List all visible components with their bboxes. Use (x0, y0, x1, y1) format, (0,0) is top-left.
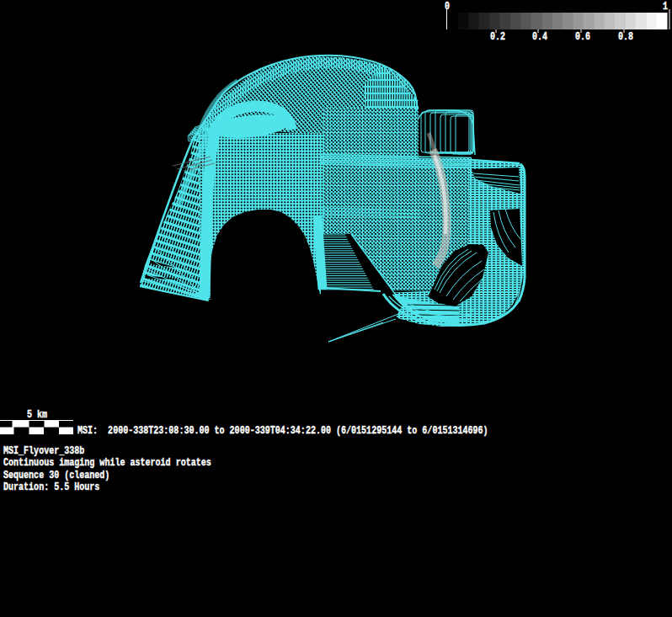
svg-text:1: 1 (663, 1, 668, 13)
svg-text:MSI: 2000-338T23:08:30.00 to: MSI: 2000-338T23:08:30.00 to 2000-339T04… (77, 425, 488, 437)
svg-text:0.8: 0.8 (618, 31, 633, 43)
svg-text:5 km: 5 km (27, 409, 47, 421)
svg-text:0.6: 0.6 (575, 31, 590, 43)
svg-text:Sequence 30 (cleaned): Sequence 30 (cleaned) (3, 470, 109, 481)
svg-text:Continuous imaging while aster: Continuous imaging while asteroid rotate… (3, 457, 211, 469)
svg-text:0.4: 0.4 (532, 31, 547, 43)
svg-text:MSI_Flyover_338b: MSI_Flyover_338b (3, 445, 84, 457)
svg-text:Duration: 5.5 Hours: Duration: 5.5 Hours (3, 481, 99, 493)
svg-text:0: 0 (445, 1, 450, 13)
svg-text:0.2: 0.2 (490, 31, 505, 43)
